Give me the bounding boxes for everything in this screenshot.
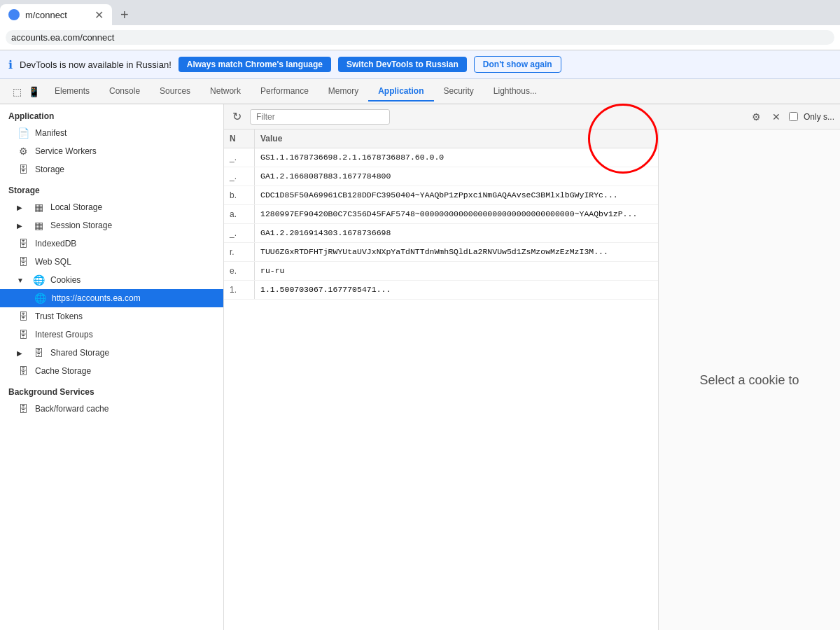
table-rows: _. GS1.1.1678736698.2.1.1678736887.60.0.… [224, 148, 658, 300]
shared-storage-arrow: ▶ [17, 349, 25, 357]
tab-close-button[interactable]: ✕ [94, 8, 104, 22]
sidebar-item-indexeddb[interactable]: 🗄 IndexedDB [0, 234, 223, 253]
sidebar-cookies-label: Cookies [50, 275, 215, 285]
tab-performance[interactable]: Performance [251, 82, 318, 102]
sidebar-item-manifest[interactable]: 📄 Manifest [0, 124, 223, 142]
refresh-button[interactable]: ↻ [230, 108, 244, 125]
only-show-checkbox[interactable] [789, 112, 798, 121]
sidebar-section-application: Application [0, 104, 223, 124]
back-forward-cache-icon: 🗄 [17, 403, 29, 414]
match-language-button[interactable]: Always match Chrome's language [178, 57, 331, 72]
tab-lighthouse[interactable]: Lighthous... [484, 82, 547, 102]
table-row[interactable]: a. 1280997EF90420B0C7C356D45FAF5748~0000… [224, 205, 658, 224]
sidebar-item-local-storage[interactable]: ▶ ▦ Local Storage [0, 198, 223, 216]
sidebar-shared-storage-label: Shared Storage [50, 348, 215, 358]
sidebar-section-background-services: Background Services [0, 380, 223, 400]
tab-title: m/connect [25, 10, 67, 20]
sidebar-item-web-sql[interactable]: 🗄 Web SQL [0, 253, 223, 271]
tab-console[interactable]: Console [99, 82, 150, 102]
sidebar-web-sql-label: Web SQL [35, 257, 215, 267]
sidebar-item-cookies-ea[interactable]: 🌐 https://accounts.ea.com [0, 289, 223, 307]
cursor-icon[interactable]: ⬚ [10, 85, 24, 99]
table-row[interactable]: _. GA1.2.2016914303.1678736698 [224, 224, 658, 243]
tab-elements[interactable]: Elements [45, 82, 99, 102]
right-panel: Select a cookie to [658, 130, 840, 630]
row-value: GS1.1.1678736698.2.1.1678736887.60.0.0 [255, 148, 658, 167]
cookies-ea-icon: 🌐 [34, 293, 46, 304]
clear-icon[interactable]: ✕ [769, 110, 783, 124]
interest-groups-icon: 🗄 [17, 329, 29, 340]
sidebar-item-back-forward-cache[interactable]: 🗄 Back/forward cache [0, 400, 223, 418]
row-n: _. [224, 167, 255, 186]
storage-icon: 🗄 [17, 164, 29, 175]
tab-application[interactable]: Application [368, 82, 433, 102]
notification-bar: ℹ DevTools is now available in Russian! … [0, 50, 840, 79]
manifest-icon: 📄 [17, 127, 29, 139]
row-n: 1. [224, 281, 255, 299]
row-value: ru-ru [255, 262, 658, 280]
sidebar-item-shared-storage[interactable]: ▶ 🗄 Shared Storage [0, 344, 223, 362]
table-row[interactable]: _. GA1.2.1668087883.1677784800 [224, 167, 658, 186]
row-n: _. [224, 148, 255, 167]
tab-memory[interactable]: Memory [318, 82, 368, 102]
toolbar-right-controls: ⚙ ✕ Only s... [749, 110, 834, 124]
table-row[interactable]: e. ru-ru [224, 262, 658, 281]
row-value: GA1.2.1668087883.1677784800 [255, 167, 658, 186]
row-n: b. [224, 186, 255, 204]
sidebar-item-cache-storage[interactable]: 🗄 Cache Storage [0, 362, 223, 380]
local-storage-arrow: ▶ [17, 204, 25, 211]
sidebar-interest-groups-label: Interest Groups [35, 330, 215, 340]
tab-favicon [8, 9, 20, 20]
sidebar-item-service-workers[interactable]: ⚙ Service Workers [0, 142, 223, 160]
tab-network[interactable]: Network [200, 82, 251, 102]
new-tab-button[interactable]: + [112, 4, 137, 26]
browser-tab-bar: m/connect ✕ + [0, 0, 840, 25]
sidebar-cookies-ea-label: https://accounts.ea.com [52, 293, 215, 303]
sidebar-session-storage-label: Session Storage [50, 220, 215, 230]
tab-sources[interactable]: Sources [150, 82, 200, 102]
device-icon[interactable]: 📱 [27, 85, 41, 99]
dont-show-again-button[interactable]: Don't show again [474, 56, 561, 73]
sidebar-indexeddb-label: IndexedDB [35, 239, 215, 248]
sidebar-item-interest-groups[interactable]: 🗄 Interest Groups [0, 326, 223, 344]
cache-storage-icon: 🗄 [17, 365, 29, 377]
table-header: N Value [224, 130, 658, 148]
browser-tab[interactable]: m/connect ✕ [0, 4, 112, 25]
table-row[interactable]: 1. 1.1.500703067.1677705471... [224, 281, 658, 300]
row-value: TUU6ZGxRTDFHTjRWYUtaUVJxNXpYaTdNTTdnWmhS… [255, 243, 658, 261]
shared-storage-icon: 🗄 [32, 347, 45, 358]
devtools-body: Application 📄 Manifest ⚙ Service Workers… [0, 104, 840, 630]
devtools-tab-bar: ⬚ 📱 Elements Console Sources Network Per… [0, 79, 840, 104]
address-input[interactable] [6, 30, 834, 45]
main-content: ↻ ⚙ ✕ Only s... N Value [224, 104, 840, 630]
col-value-header: Value [255, 130, 658, 148]
cookies-arrow: ▼ [17, 276, 25, 284]
sidebar-item-session-storage[interactable]: ▶ ▦ Session Storage [0, 216, 223, 234]
tab-security[interactable]: Security [434, 82, 484, 102]
filter-input[interactable] [250, 109, 390, 125]
row-value: 1.1.500703067.1677705471... [255, 281, 658, 299]
table-row[interactable]: b. CDC1D85F50A69961CB128DDFC3950404~YAAQ… [224, 186, 658, 205]
sidebar-item-cookies[interactable]: ▼ 🌐 Cookies [0, 271, 223, 289]
info-icon: ℹ [8, 58, 13, 71]
switch-language-button[interactable]: Switch DevTools to Russian [338, 57, 467, 72]
content-area: N Value _. GS1.1.1678736698.2.1.16787368… [224, 130, 840, 630]
row-value: GA1.2.2016914303.1678736698 [255, 224, 658, 242]
sidebar-item-trust-tokens[interactable]: 🗄 Trust Tokens [0, 307, 223, 326]
table-row[interactable]: _. GS1.1.1678736698.2.1.1678736887.60.0.… [224, 148, 658, 167]
filter-options-icon[interactable]: ⚙ [749, 110, 764, 124]
row-n: e. [224, 262, 255, 280]
sidebar-service-workers-label: Service Workers [35, 146, 215, 156]
notification-text: DevTools is now available in Russian! [20, 59, 172, 70]
session-storage-icon: ▦ [32, 220, 45, 231]
service-workers-icon: ⚙ [17, 146, 29, 157]
sidebar-item-storage[interactable]: 🗄 Storage [0, 160, 223, 178]
cookie-toolbar: ↻ ⚙ ✕ Only s... [224, 104, 840, 130]
session-storage-arrow: ▶ [17, 222, 25, 230]
sidebar-local-storage-label: Local Storage [50, 202, 215, 212]
right-panel-text: Select a cookie to [699, 373, 799, 388]
indexeddb-icon: 🗄 [17, 238, 29, 249]
table-row[interactable]: r. TUU6ZGxRTDFHTjRWYUtaUVJxNXpYaTdNTTdnW… [224, 243, 658, 262]
only-show-label: Only s... [804, 112, 834, 122]
row-n: a. [224, 205, 255, 223]
